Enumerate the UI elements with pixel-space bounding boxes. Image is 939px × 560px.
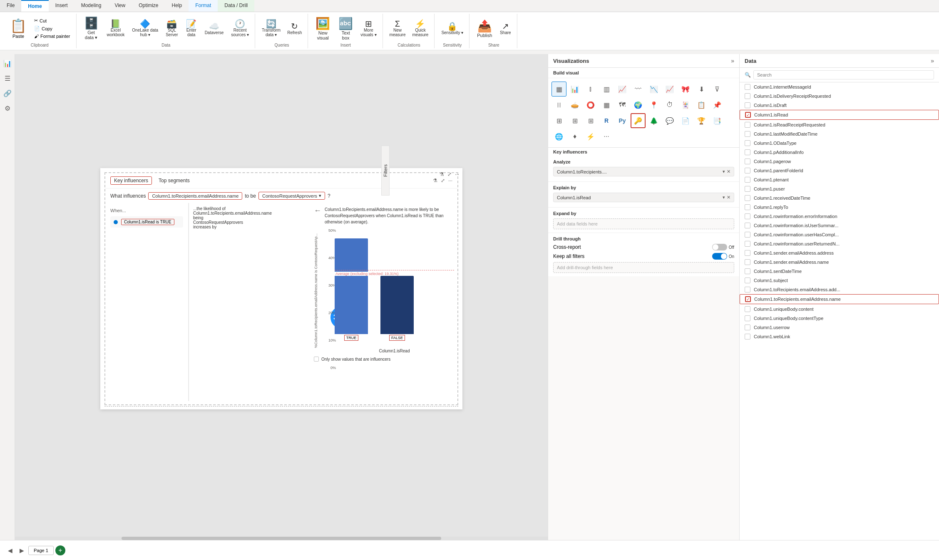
viz-clustered-bar[interactable]: ⫿ [583, 82, 598, 97]
visual-filter-icon[interactable]: ⚗ [433, 178, 437, 183]
canvas-filter-icon[interactable]: ⚗ [440, 171, 444, 177]
add-page-button[interactable]: + [55, 545, 65, 555]
new-measure-button[interactable]: Σ Newmeasure [387, 18, 408, 39]
back-arrow[interactable]: ← [314, 206, 321, 215]
viz-line[interactable]: 〰 [631, 82, 646, 97]
page-1-tab[interactable]: Page 1 [28, 546, 54, 555]
data-item-checkbox[interactable] [745, 159, 750, 164]
dataverse-button[interactable]: ☁️ Dataverse [202, 20, 226, 37]
viz-waterfall[interactable]: ⬇ [694, 82, 709, 97]
tab-file[interactable]: File [0, 0, 21, 12]
copy-button[interactable]: 📄 Copy [32, 25, 73, 32]
data-item-checkbox[interactable] [745, 93, 750, 99]
viz-area[interactable]: 📉 [646, 82, 661, 97]
viz-clustered-col[interactable]: 📈 [615, 82, 630, 97]
viz-paginated[interactable]: 📑 [710, 113, 725, 128]
data-list-item[interactable]: Column1.receivedDateTime [740, 193, 939, 203]
tab-home[interactable]: Home [21, 0, 48, 12]
report-view-icon[interactable]: 📊 [2, 57, 13, 69]
viz-anomaly[interactable]: 🏆 [694, 113, 709, 128]
viz-line-area[interactable]: 📈 [662, 82, 677, 97]
viz-python[interactable]: Py [615, 113, 630, 128]
explain-field-chevron[interactable]: ▾ [723, 195, 725, 200]
question-help[interactable]: ? [328, 193, 330, 199]
canvas-expand-icon[interactable]: ⤢ [447, 171, 452, 177]
dax-query-icon[interactable]: ⚙ [2, 102, 13, 114]
format-painter-button[interactable]: 🖌 Format painter [32, 33, 73, 40]
data-item-checkbox[interactable] [745, 232, 750, 238]
analyze-field-chevron[interactable]: ▾ [723, 169, 725, 174]
excel-workbook-button[interactable]: 📗 Excelworkbook [104, 18, 127, 39]
quick-measure-button[interactable]: ⚡ Quickmeasure [410, 18, 431, 39]
paste-button[interactable]: 📋 Paste [7, 17, 30, 40]
viz-azure-map[interactable]: 📍 [646, 97, 661, 112]
refresh-button[interactable]: ↻ Refresh [285, 20, 304, 37]
data-item-checkbox[interactable] [745, 268, 750, 274]
data-item-checkbox[interactable] [745, 241, 750, 247]
data-list-item[interactable]: Column1.rowinformation.userHasCompl... [740, 230, 939, 239]
viz-slicer[interactable]: ⊞ [551, 113, 566, 128]
enter-data-button[interactable]: 📝 Enterdata [183, 18, 200, 39]
onelake-hub-button[interactable]: 🔷 OneLake datahub ▾ [129, 18, 161, 39]
data-item-checkbox[interactable]: ✓ [745, 112, 751, 118]
data-list-item[interactable]: Column1.ODataType [740, 139, 939, 148]
data-item-checkbox[interactable] [745, 223, 750, 228]
data-item-checkbox[interactable] [745, 306, 750, 312]
expand-field-placeholder[interactable]: Add data fields here [553, 218, 734, 229]
data-list-item[interactable]: Column1.replyTo [740, 203, 939, 212]
sql-server-button[interactable]: 🗃️ SQLServer [163, 18, 180, 39]
viz-funnel[interactable]: ⊽ [710, 82, 725, 97]
viz-filled-map[interactable]: 🌍 [631, 97, 646, 112]
data-list-item[interactable]: Column1.sentDateTime [740, 267, 939, 276]
top-segments-tab[interactable]: Top segments [155, 177, 193, 184]
more-visuals-button[interactable]: ⊞ Morevisuals ▾ [358, 18, 379, 39]
data-item-checkbox[interactable] [745, 84, 750, 90]
tab-data-drill[interactable]: Data / Drill [218, 0, 254, 12]
viz-narrative[interactable]: 📄 [678, 113, 693, 128]
data-list-item[interactable]: Column1.lastModifiedDateTime [740, 129, 939, 139]
viz-matrix[interactable]: ⊞ [567, 113, 582, 128]
viz-panel-expand[interactable]: » [731, 57, 734, 64]
viz-stacked-bar[interactable]: ▦ [551, 82, 566, 97]
viz-stacked-col[interactable]: ▥ [599, 82, 614, 97]
viz-qa[interactable]: 💬 [662, 113, 677, 128]
tab-view[interactable]: View [108, 0, 132, 12]
transform-data-button[interactable]: 🔄 Transformdata ▾ [259, 18, 283, 39]
data-list-item[interactable]: Column1.internetMessageId [740, 82, 939, 92]
get-data-button[interactable]: 🗄️ Getdata ▾ [81, 15, 102, 42]
tab-help[interactable]: Help [165, 0, 189, 12]
viz-multirow-card[interactable]: 📋 [694, 97, 709, 112]
viz-bar-chart[interactable]: 📊 [567, 82, 582, 97]
only-influencers-checkbox[interactable] [314, 357, 319, 362]
visual-focus-icon[interactable]: ⤢ [441, 178, 445, 183]
data-list-item[interactable]: Column1.rowinformation.errorInformation [740, 212, 939, 221]
analyze-field-remove[interactable]: ✕ [727, 169, 730, 174]
data-list-item[interactable]: Column1.subject [740, 276, 939, 285]
data-item-checkbox[interactable] [745, 140, 750, 146]
next-page-button[interactable]: ▶ [17, 545, 27, 555]
share-button[interactable]: ↗ Share [497, 20, 514, 37]
question-value-dropdown[interactable]: ContosoRequestApprovers ▾ [258, 192, 325, 200]
tab-insert[interactable]: Insert [49, 0, 75, 12]
data-list-item[interactable]: Column1.rowinformation.isUserSummar... [740, 221, 939, 230]
viz-decomp-tree[interactable]: 🌲 [646, 113, 661, 128]
publish-button[interactable]: 📤 Publish [474, 17, 495, 40]
recent-sources-button[interactable]: 🕐 Recentsources ▾ [229, 18, 251, 39]
data-item-checkbox[interactable] [745, 122, 750, 128]
text-box-button[interactable]: 🔤 Textbox [335, 15, 356, 42]
data-item-checkbox[interactable] [745, 334, 750, 339]
explain-field-chip[interactable]: Column1.isRead ▾ ✕ [553, 193, 734, 202]
tab-modeling[interactable]: Modeling [75, 0, 108, 12]
data-list-item[interactable]: Column1.isDraft [740, 101, 939, 110]
viz-arcgis[interactable]: 🌐 [551, 129, 566, 144]
data-item-checkbox[interactable] [745, 213, 750, 219]
viz-power-automate[interactable]: ⚡ [583, 129, 598, 144]
viz-r[interactable]: R [599, 113, 614, 128]
viz-card[interactable]: 🃏 [678, 97, 693, 112]
analyze-field-chip[interactable]: Column1.toRecipients.... ▾ ✕ [553, 167, 734, 176]
viz-scatter[interactable]: ⁞⁞ [551, 97, 566, 112]
canvas-more-icon[interactable]: ··· [455, 171, 459, 177]
data-item-checkbox[interactable] [745, 195, 750, 201]
viz-ribbon[interactable]: 🎀 [678, 82, 693, 97]
prev-page-button[interactable]: ◀ [5, 545, 15, 555]
